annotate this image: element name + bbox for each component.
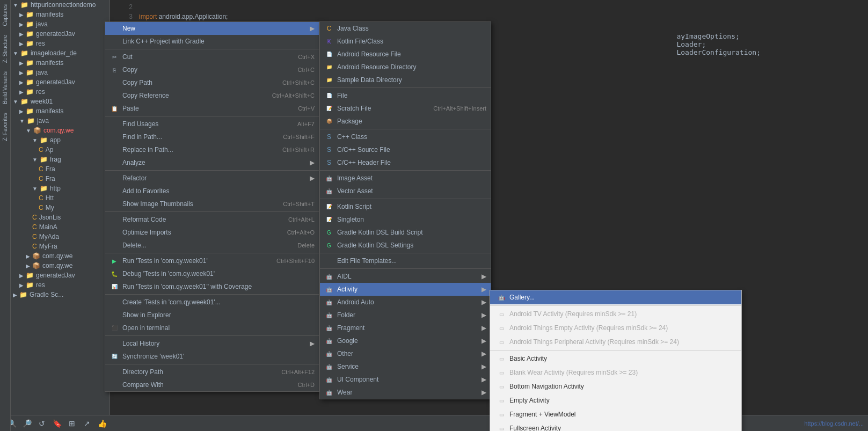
sidebar-item-http[interactable]: ▼ 📁 http: [11, 184, 110, 193]
menu-item-fullscreen[interactable]: ▭ Fullscreen Activity: [490, 421, 741, 431]
sidebar-item-app[interactable]: ▼ 📁 app: [11, 135, 110, 145]
menu-item-find-usages[interactable]: Find Usages Alt+F7: [105, 118, 319, 130]
bookmark-icon[interactable]: 🔖: [49, 416, 64, 431]
menu-item-android-auto[interactable]: 🤖 Android Auto ▶: [320, 296, 491, 309]
favorites-tab[interactable]: Z: Favorites: [1, 108, 9, 145]
menu-item-paste[interactable]: 📋 Paste Ctrl+V: [105, 102, 319, 115]
menu-item-basic-activity[interactable]: ▭ Basic Activity: [490, 352, 741, 366]
sidebar-item-manifests-3[interactable]: ▶ 📁 manifests: [11, 106, 110, 116]
sidebar-item-myfra[interactable]: C MyFra: [11, 242, 110, 251]
menu-item-cpp-header[interactable]: S C/C++ Header File: [320, 156, 491, 169]
sidebar-item-manifests-1[interactable]: ▶ 📁 manifests: [11, 10, 110, 19]
menu-item-ui-component[interactable]: 🤖 UI Component ▶: [320, 373, 491, 386]
menu-item-create-tests[interactable]: Create 'Tests in 'com.qy.week01'...: [105, 296, 319, 309]
menu-item-link-cpp[interactable]: Link C++ Project with Gradle: [105, 35, 319, 48]
sidebar-item-java-3[interactable]: ▼ 📁 java: [11, 116, 110, 126]
menu-item-reformat[interactable]: Reformat Code Ctrl+Alt+L: [105, 213, 319, 226]
sidebar-item-generatedJav-1[interactable]: ▶ 📁 generatedJav: [11, 29, 110, 39]
menu-item-cpp-source[interactable]: S C/C++ Source File: [320, 143, 491, 156]
menu-item-copy-ref[interactable]: Copy Reference Ctrl+Alt+Shift+C: [105, 89, 319, 102]
sidebar-item-res-3[interactable]: ▶ 📁 res: [11, 280, 110, 290]
menu-item-kotlin-script[interactable]: 📝 Kotlin Script: [320, 200, 491, 213]
build-variants-tab[interactable]: Build Variants: [1, 67, 9, 108]
menu-item-copy-path[interactable]: Copy Path Ctrl+Shift+C: [105, 76, 319, 89]
sidebar-item-manifests-2[interactable]: ▶ 📁 manifests: [11, 58, 110, 68]
menu-item-gradle-kotlin-settings[interactable]: G Gradle Kotlin DSL Settings: [320, 239, 491, 252]
menu-item-kotlin-class[interactable]: K Kotlin File/Class: [320, 35, 491, 48]
sidebar-item-generatedJav-2[interactable]: ▶ 📁 generatedJav: [11, 77, 110, 87]
menu-item-run-tests[interactable]: ▶ Run 'Tests in 'com.qy.week01' Ctrl+Shi…: [105, 254, 319, 267]
sidebar-item-htt[interactable]: C Htt: [11, 193, 110, 203]
menu-item-copy[interactable]: ⎘ Copy Ctrl+C: [105, 63, 319, 76]
menu-item-google[interactable]: 🤖 Google ▶: [320, 334, 491, 347]
menu-item-add-favorites[interactable]: Add to Favorites: [105, 185, 319, 198]
sidebar-item-package2[interactable]: ▶ 📦 com.qy.we: [11, 251, 110, 261]
menu-item-fragment-viewmodel[interactable]: ▭ Fragment + ViewModel: [490, 407, 741, 421]
menu-item-image-asset[interactable]: 🤖 Image Asset: [320, 172, 491, 185]
menu-item-show-thumbnails[interactable]: Show Image Thumbnails Ctrl+Shift+T: [105, 198, 319, 210]
menu-item-java-class[interactable]: C Java Class: [320, 22, 491, 35]
menu-item-scratch-file[interactable]: 📝 Scratch File Ctrl+Alt+Shift+Insert: [320, 102, 491, 115]
zoom-out-icon[interactable]: 🔎: [19, 416, 34, 431]
menu-item-activity[interactable]: 🤖 Activity ▶: [320, 283, 491, 296]
sidebar-item-fra1[interactable]: C Fra: [11, 164, 110, 174]
sidebar-item-jsonlis[interactable]: C JsonLis: [11, 213, 110, 222]
menu-item-folder[interactable]: 🤖 Folder ▶: [320, 309, 491, 322]
menu-item-vector-asset[interactable]: 🤖 Vector Asset: [320, 185, 491, 198]
menu-item-cut[interactable]: ✂ Cut Ctrl+X: [105, 50, 319, 63]
menu-item-show-explorer[interactable]: Show in Explorer: [105, 309, 319, 322]
captures-tab[interactable]: Captures: [1, 0, 9, 31]
menu-item-debug-tests[interactable]: 🐛 Debug 'Tests in 'com.qy.week01': [105, 267, 319, 280]
sidebar-item-java-1[interactable]: ▶ 📁 java: [11, 19, 110, 29]
menu-item-sample-data[interactable]: 📁 Sample Data Directory: [320, 74, 491, 86]
sidebar-item-root1[interactable]: ▼ 📁 httpurlconnectiondemo: [11, 0, 110, 10]
sidebar-item-java-2[interactable]: ▶ 📁 java: [11, 68, 110, 77]
sidebar-item-res-1[interactable]: ▶ 📁 res: [11, 39, 110, 48]
menu-item-open-terminal[interactable]: ⬛ Open in terminal: [105, 322, 319, 334]
menu-item-cpp-class[interactable]: S C++ Class: [320, 130, 491, 143]
menu-item-other[interactable]: 🤖 Other ▶: [320, 347, 491, 360]
structure-tab[interactable]: Z: Structure: [1, 31, 9, 67]
share-icon[interactable]: ↗: [79, 416, 94, 431]
menu-item-service[interactable]: 🤖 Service ▶: [320, 360, 491, 373]
menu-item-replace-path[interactable]: Replace in Path... Ctrl+Shift+R: [105, 143, 319, 156]
sidebar-item-res-2[interactable]: ▶ 📁 res: [11, 87, 110, 97]
sidebar-item-ap[interactable]: C Ap: [11, 145, 110, 155]
menu-item-refactor[interactable]: Refactor ▶: [105, 172, 319, 185]
sidebar-item-package[interactable]: ▼ 📦 com.qy.we: [11, 126, 110, 135]
menu-item-dir-path[interactable]: Directory Path Ctrl+Alt+F12: [105, 366, 319, 378]
menu-item-optimize-imports[interactable]: Optimize Imports Ctrl+Alt+O: [105, 226, 319, 239]
menu-item-wear[interactable]: 🤖 Wear ▶: [320, 386, 491, 399]
menu-item-synchronize[interactable]: 🔄 Synchronize 'week01': [105, 350, 319, 363]
menu-item-empty-activity[interactable]: ▭ Empty Activity: [490, 393, 741, 407]
sidebar-item-maina[interactable]: C MainA: [11, 222, 110, 232]
menu-item-android-resource-file[interactable]: 📄 Android Resource File: [320, 48, 491, 61]
menu-item-package[interactable]: 📦 Package: [320, 115, 491, 128]
sidebar-item-week01[interactable]: ▼ 📁 week01: [11, 97, 110, 106]
menu-item-delete[interactable]: Delete... Delete: [105, 239, 319, 252]
sidebar-item-root2[interactable]: ▼ 📁 imageloader_de: [11, 48, 110, 58]
menu-item-new[interactable]: New ▶: [105, 22, 319, 35]
menu-item-local-history[interactable]: Local History ▶: [105, 337, 319, 350]
sidebar-item-my[interactable]: C My: [11, 203, 110, 213]
menu-item-analyze[interactable]: Analyze ▶: [105, 156, 319, 169]
menu-item-edit-templates[interactable]: Edit File Templates...: [320, 254, 491, 267]
sidebar-item-myada[interactable]: C MyAda: [11, 232, 110, 242]
menu-item-file[interactable]: 📄 File: [320, 89, 491, 102]
menu-item-bottom-nav[interactable]: ▭ Bottom Navigation Activity: [490, 379, 741, 393]
menu-item-gallery[interactable]: 🤖 Gallery...: [490, 290, 741, 304]
thumbs-up-icon[interactable]: 👍: [94, 416, 110, 431]
menu-item-run-coverage[interactable]: 📊 Run 'Tests in 'com.qy.week01'' with Co…: [105, 280, 319, 293]
sidebar-item-package3[interactable]: ▶ 📦 com.qy.we: [11, 261, 110, 271]
menu-item-singleton[interactable]: 📝 Singleton: [320, 213, 491, 226]
sidebar-item-fra2[interactable]: C Fra: [11, 174, 110, 184]
sidebar-item-frag[interactable]: ▼ 📁 frag: [11, 155, 110, 164]
refresh-icon[interactable]: ↺: [34, 416, 49, 431]
menu-item-gradle-kotlin-build[interactable]: G Gradle Kotlin DSL Build Script: [320, 226, 491, 239]
grid-icon[interactable]: ⊞: [64, 416, 79, 431]
sidebar-item-gradle[interactable]: ▶ 📁 Gradle Sc...: [11, 290, 110, 299]
menu-item-find-path[interactable]: Find in Path... Ctrl+Shift+F: [105, 130, 319, 143]
menu-item-compare-with[interactable]: Compare With Ctrl+D: [105, 378, 319, 391]
sidebar-item-generatedJav-3[interactable]: ▶ 📁 generatedJav: [11, 271, 110, 280]
menu-item-aidl[interactable]: 🤖 AIDL ▶: [320, 270, 491, 283]
